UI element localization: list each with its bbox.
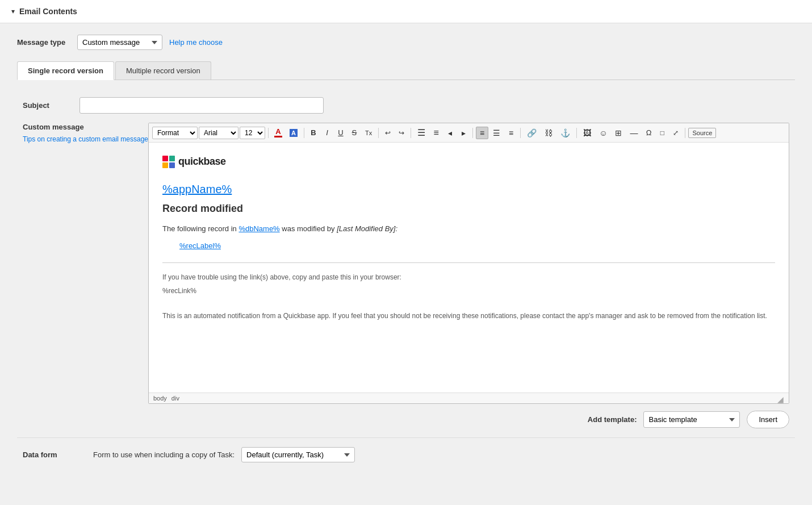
footer-note2: This is an automated notification from a… <box>162 311 775 321</box>
sep3 <box>378 128 379 138</box>
unordered-list-button[interactable]: ☰ <box>414 126 429 140</box>
data-form-description: Form to use when including a copy of Tas… <box>93 450 235 459</box>
sep4 <box>411 128 411 138</box>
page-wrapper: ▾ Email Contents Message type Custom mes… <box>0 0 812 505</box>
qb-logo-text: quickbase <box>178 154 226 169</box>
data-form-label: Data form <box>23 450 79 459</box>
editor-container: Format Arial 12 A <box>148 123 789 404</box>
email-body-content: %appName% Record modified The following … <box>162 181 775 251</box>
insert-button[interactable]: Insert <box>747 411 789 428</box>
qb-cell-3 <box>162 162 168 168</box>
subject-row: Subject <box>17 97 795 114</box>
align-right-button[interactable]: ≡ <box>505 127 517 139</box>
qb-cell-1 <box>162 156 168 161</box>
message-type-select[interactable]: Custom message <box>77 35 162 50</box>
subject-label: Subject <box>23 101 79 110</box>
table-button[interactable]: ⊞ <box>612 127 625 139</box>
statusbar-tags: body div <box>153 395 179 402</box>
custom-message-label: Custom message <box>23 123 148 131</box>
last-modified-variable: [Last Modified By]: <box>337 224 397 233</box>
subject-input[interactable] <box>79 97 324 114</box>
body-text-mid: was modified by <box>282 224 337 233</box>
preview-button[interactable]: □ <box>656 127 668 139</box>
bold-button[interactable]: B <box>307 127 320 139</box>
editor-logo: quickbase <box>162 154 775 169</box>
underline-button[interactable]: U <box>334 127 347 139</box>
fullscreen-button[interactable]: ⤢ <box>669 127 682 139</box>
record-modified-heading: Record modified <box>162 201 775 216</box>
app-name-variable[interactable]: %appName% <box>162 181 775 198</box>
tabs-row: Single record version Multiple record ve… <box>17 61 795 80</box>
form-area: Subject Custom message Tips on creating … <box>17 91 795 477</box>
statusbar-tag-body[interactable]: body <box>153 395 167 402</box>
font-select[interactable]: Arial <box>199 127 238 139</box>
statusbar-tag-div[interactable]: div <box>171 395 179 402</box>
body-text-prefix: The following record in <box>162 224 237 233</box>
message-type-label: Message type <box>17 38 68 47</box>
qb-logo-container: quickbase <box>162 154 775 169</box>
link-button[interactable]: 🔗 <box>524 127 540 139</box>
hr-button[interactable]: — <box>626 127 641 139</box>
rec-label-variable[interactable]: %recLabel% <box>179 240 775 252</box>
add-template-row: Add template: Basic template Insert <box>17 404 795 432</box>
align-left-button[interactable]: ≡ <box>476 127 488 139</box>
ordered-list-button[interactable]: ≡ <box>430 126 442 140</box>
redo-button[interactable]: ↪ <box>395 127 408 139</box>
email-divider <box>162 262 775 263</box>
email-contents-header[interactable]: ▾ Email Contents <box>0 0 812 23</box>
image-button[interactable]: 🖼 <box>580 127 595 139</box>
tab-multiple-record[interactable]: Multiple record version <box>115 61 211 80</box>
body-text-paragraph: The following record in %dbName% was mod… <box>162 223 775 235</box>
db-name-variable[interactable]: %dbName% <box>238 224 279 233</box>
rec-link-variable: %recLink% <box>162 286 775 296</box>
message-type-row: Message type Custom message Help me choo… <box>17 35 795 50</box>
undo-button[interactable]: ↩ <box>382 127 394 139</box>
clear-format-button[interactable]: Tx <box>362 128 375 138</box>
editor-body[interactable]: quickbase %appName% Record modified The … <box>149 143 789 393</box>
help-me-choose-link[interactable]: Help me choose <box>169 38 223 47</box>
template-select[interactable]: Basic template <box>643 411 740 428</box>
strikethrough-button[interactable]: S <box>348 127 361 139</box>
special-char-button[interactable]: Ω <box>642 127 655 139</box>
editor-statusbar: body div ◢ <box>149 393 789 403</box>
sep6 <box>520 128 521 138</box>
sep8 <box>685 128 685 138</box>
tips-link[interactable]: Tips on creating a custom email message <box>23 135 148 144</box>
sep2 <box>304 128 304 138</box>
italic-button[interactable]: I <box>321 127 333 139</box>
qb-cell-4 <box>169 162 175 168</box>
data-form-select[interactable]: Default (currently, Task) <box>241 447 355 462</box>
tab-single-record[interactable]: Single record version <box>17 61 114 80</box>
main-content: Message type Custom message Help me choo… <box>0 23 812 489</box>
indent-button[interactable]: ▸ <box>457 127 470 139</box>
footer-note1: If you have trouble using the link(s) ab… <box>162 272 775 282</box>
font-color-button[interactable]: A <box>271 126 285 139</box>
custom-message-row: Custom message Tips on creating a custom… <box>17 123 795 404</box>
sep7 <box>576 128 577 138</box>
size-select[interactable]: 12 <box>240 127 265 139</box>
align-center-button[interactable]: ☰ <box>489 127 504 139</box>
qb-grid-icon <box>162 156 175 168</box>
editor-toolbar: Format Arial 12 A <box>149 123 789 143</box>
chevron-icon: ▾ <box>11 7 15 15</box>
unlink-button[interactable]: ⛓ <box>541 127 556 139</box>
qb-cell-2 <box>169 156 175 161</box>
sep1 <box>268 128 269 138</box>
anchor-button[interactable]: ⚓ <box>557 127 574 139</box>
outdent-button[interactable]: ◂ <box>443 127 456 139</box>
source-button[interactable]: Source <box>688 128 716 138</box>
resize-handle[interactable]: ◢ <box>777 395 784 402</box>
data-form-row: Data form Form to use when including a c… <box>17 437 795 471</box>
section-title: Email Contents <box>19 7 77 16</box>
sep5 <box>472 128 473 138</box>
highlight-button[interactable]: A <box>286 127 301 139</box>
custom-message-label-col: Custom message Tips on creating a custom… <box>23 123 148 144</box>
format-select[interactable]: Format <box>152 127 198 139</box>
emoji-button[interactable]: ☺ <box>596 127 610 139</box>
add-template-label: Add template: <box>588 415 637 424</box>
